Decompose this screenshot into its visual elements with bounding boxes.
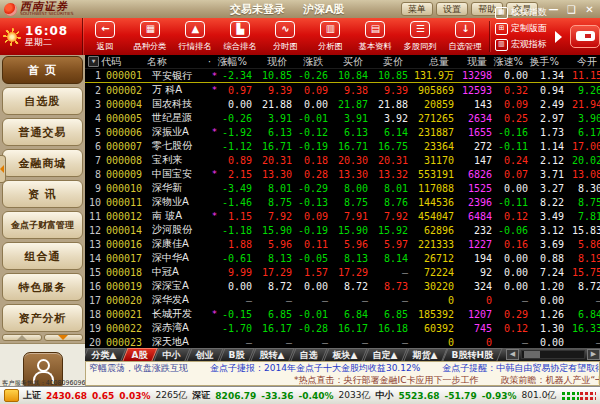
menu-button[interactable]: 菜单 xyxy=(401,2,433,16)
stock-row-000012[interactable]: 11000012南 玻A*1.157.920.097.917.924540476… xyxy=(85,209,600,223)
ticker-headline[interactable]: 窄幅震荡，收盘涨跌互现 xyxy=(89,362,188,374)
watchlist-manage-button[interactable]: ↓ 自选管理 xyxy=(443,18,488,55)
stock-row-000023[interactable]: 20000023深天地A—————00—0.00— xyxy=(85,335,600,348)
column-filter-icon[interactable]: ▼ xyxy=(88,56,99,67)
fundamentals-button[interactable]: ▤ 基本资料 xyxy=(353,18,398,55)
market-title-text: 沪深A股 xyxy=(303,2,345,17)
sidebar-item-portfolio[interactable]: 组合通 xyxy=(2,242,83,270)
stock-row-000008[interactable]: 7000008宝利来0.8920.310.1820.3020.313117014… xyxy=(85,153,600,167)
custom-layout-button[interactable]: ⊞ 定制版面 xyxy=(495,22,547,35)
tab-futures[interactable]: 期货▲ xyxy=(403,348,447,361)
header-change[interactable]: 涨跌 xyxy=(290,55,326,69)
tab-b-to-h[interactable]: B股转H股 xyxy=(443,348,504,361)
statusbar-index-value: 8206.79 xyxy=(215,391,256,401)
toolbar-button-icon: ▲ xyxy=(185,21,205,38)
toolbar-button-icon: ▤ xyxy=(365,21,385,38)
close-icon[interactable]: ✕ xyxy=(583,4,596,15)
stock-row-000001[interactable]: 1000001平安银行*-2.3410.85-0.2610.8410.85131… xyxy=(85,69,600,83)
tab-custom[interactable]: 自定▲ xyxy=(363,348,407,361)
quote-rank-button[interactable]: ▲ 行情排名 xyxy=(173,18,218,55)
stock-row-000021[interactable]: 18000021长城开发*-0.156.85-0.016.846.8518539… xyxy=(85,307,600,321)
toolbar: 16:08 星期二 ← 返回 ▦ 品种分类 ▲ 行情排名 ▙ 综合排名 xyxy=(0,18,600,55)
stock-row-000006[interactable]: 5000006深振业A*-1.926.13-0.126.136.14231887… xyxy=(85,125,600,139)
statusbar-indices[interactable]: 上证2430.680.650.03%2265亿深证8206.79-33.36-0… xyxy=(23,389,556,402)
stock-row-000007[interactable]: 6000007零七股份-1.1216.71-0.1916.7116.752336… xyxy=(85,139,600,153)
toolbar-button-icon: ☰ xyxy=(410,21,430,38)
tab-share-transfer[interactable]: 股转▲ xyxy=(250,348,294,361)
header-flag[interactable]: · xyxy=(205,57,214,67)
tab-b-share[interactable]: B股 xyxy=(219,348,254,361)
macro-indicator-button[interactable]: ▥ 宏观指标 xyxy=(495,38,547,51)
app-logo: 西南证券 SOUTHWEST SECURITIES xyxy=(4,1,83,17)
stock-row-000016[interactable]: 13000016深康佳A1.885.960.115.965.9722133312… xyxy=(85,237,600,251)
tab-watchlist[interactable]: 自选 xyxy=(290,348,327,361)
ticker-headline[interactable]: 金点子提醒：中韩自由贸易协定有望取得重大进展 xyxy=(442,362,600,374)
header-bid[interactable]: 买价 xyxy=(326,55,366,69)
toolbar-small-icon: ▥ xyxy=(495,39,508,51)
stock-row-000010[interactable]: 9000010深华新-3.498.01-0.298.008.0111708815… xyxy=(85,181,600,195)
tab-scroll-right-button[interactable]: ▶ xyxy=(587,349,600,360)
ticker-headline[interactable]: 政策前瞻：机器人产业“十二五”规 xyxy=(500,374,600,386)
sidebar-scroll-up-button[interactable] xyxy=(2,334,42,341)
stock-table: ▼ 代码 名称 · 涨幅% 现价 涨跌 买价 卖价 总量 现量 涨速% 换手% … xyxy=(85,55,600,348)
sector-index-button[interactable]: ▦ 板块指数 xyxy=(495,6,547,19)
stock-row-000018[interactable]: 15000018中冠A9.9917.291.5717.29—72224920.0… xyxy=(85,265,600,279)
stock-row-000011[interactable]: 10000011深物业A-1.468.75-0.138.758.76144536… xyxy=(85,195,600,209)
header-turnover[interactable]: 换手% xyxy=(526,55,562,69)
composite-rank-button[interactable]: ▙ 综合排名 xyxy=(218,18,263,55)
sidebar-item-mall[interactable]: 金融商城 xyxy=(2,149,83,177)
tab-scroll-left-button[interactable]: ◀ xyxy=(506,349,519,360)
stock-row-000002[interactable]: 2000002万 科A*0.979.390.099.389.3990586912… xyxy=(85,83,600,97)
market-trend-bars-icon xyxy=(562,391,596,401)
sidebar-item-wealth[interactable]: 金点子财富管理 xyxy=(2,211,83,239)
header-cur-volume[interactable]: 现量 xyxy=(452,55,490,69)
tab-sector[interactable]: 板块▲ xyxy=(323,348,367,361)
statusbar-index-value: 深证 xyxy=(192,389,210,402)
stock-row-000014[interactable]: 12000014沙河股份-1.1815.90-0.1915.9015.92628… xyxy=(85,223,600,237)
tab-sme[interactable]: 中小 xyxy=(153,348,190,361)
time-chart-button[interactable]: ∿ 分时图 xyxy=(263,18,308,55)
toolbar-button-icon: ∿ xyxy=(275,21,295,38)
header-open[interactable]: 今开 xyxy=(562,55,600,69)
settings-button[interactable]: 设置 xyxy=(436,2,468,16)
header-volume[interactable]: 总量 xyxy=(406,55,452,69)
toolbar-more-icon[interactable] xyxy=(555,31,562,43)
minimize-icon[interactable]: — xyxy=(547,4,560,15)
sidebar-item-watchlist[interactable]: 自选股 xyxy=(2,87,83,115)
header-ask[interactable]: 卖价 xyxy=(366,55,406,69)
tab-scrollbar[interactable] xyxy=(521,350,585,359)
toolbar-small-buttons: ▦ 板块指数 ⊞ 定制版面 ▥ 宏观指标 ⊡ 数据管理 xyxy=(495,18,547,55)
header-code[interactable]: 代码 xyxy=(101,55,147,69)
tab-category[interactable]: 分类▲ xyxy=(85,348,127,361)
category-button[interactable]: ▦ 品种分类 xyxy=(128,18,173,55)
sidebar-item-asset-analysis[interactable]: 资产分析 xyxy=(2,304,83,332)
sidebar-item-news[interactable]: 资 讯 xyxy=(2,180,83,208)
sidebar-scroll-down-button[interactable] xyxy=(44,334,84,341)
stock-row-000020[interactable]: 17000020深华发A—————00—0.00— xyxy=(85,293,600,307)
stock-row-000022[interactable]: 19000022深赤湾A-1.7016.17-0.2816.1716.18603… xyxy=(85,321,600,335)
back-button[interactable]: ← 返回 xyxy=(83,18,128,55)
stock-row-000017[interactable]: 14000017深中华A-0.618.13-0.058.138.14267121… xyxy=(85,251,600,265)
header-change-pct[interactable]: 涨幅% xyxy=(214,55,250,69)
stock-row-000005[interactable]: 4000005世纪星源-0.263.91-0.013.913.922712652… xyxy=(85,111,600,125)
sidebar-item-services[interactable]: 特色服务 xyxy=(2,273,83,301)
stock-row-000004[interactable]: 3000004国农科技0.0021.880.0021.8721.88208591… xyxy=(85,97,600,111)
ticker-headline[interactable]: *热点直击：央行部署金融IC卡应用下一步工作 xyxy=(294,374,478,386)
stock-row-000009[interactable]: 8000009中国宝安*2.1513.300.2813.3013.3255319… xyxy=(85,167,600,181)
maximize-icon[interactable]: ❑ xyxy=(565,4,578,15)
stock-row-000019[interactable]: 16000019深深宝A0.008.720.008.728.7330220324… xyxy=(85,279,600,293)
market-tabs: 分类▲A股中小创业B股股转▲自选板块▲自定▲期货▲B股转H股 xyxy=(85,348,502,361)
multi-stock-button[interactable]: ☰ 多股同列 xyxy=(398,18,443,55)
sidebar-item-home[interactable]: 首 页 xyxy=(2,56,83,84)
sidebar-collapse-handle[interactable] xyxy=(0,155,6,183)
tab-scrollbar-thumb[interactable] xyxy=(524,351,540,358)
header-name[interactable]: 名称 xyxy=(147,55,205,69)
skin-switch-button[interactable] xyxy=(570,25,600,48)
analysis-chart-button[interactable]: ▥ 分析图 xyxy=(308,18,353,55)
tab-chinext[interactable]: 创业 xyxy=(186,348,223,361)
header-price[interactable]: 现价 xyxy=(250,55,290,69)
sidebar-item-trade[interactable]: 普通交易 xyxy=(2,118,83,146)
header-speed[interactable]: 涨速% xyxy=(490,55,526,69)
tab-a-share[interactable]: A股 xyxy=(122,348,157,361)
ticker-headline[interactable]: 金点子捷报：2014年金点子十大金股均收益30.12% xyxy=(210,362,420,374)
